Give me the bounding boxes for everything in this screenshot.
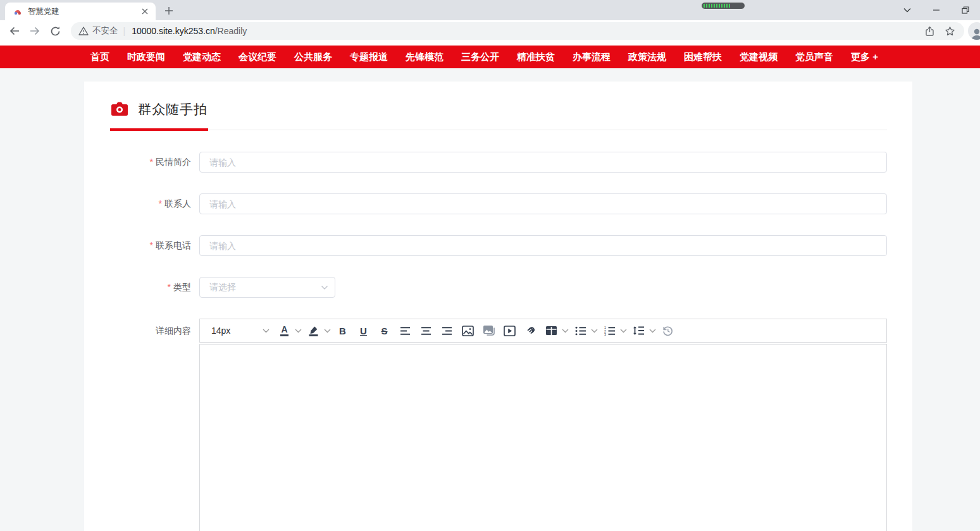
minimize-button[interactable] bbox=[922, 0, 951, 20]
insert-table-button[interactable] bbox=[543, 322, 560, 339]
snapshot-form: *民情简介 *联系人 *联系电话 *类型 请选择 bbox=[110, 152, 887, 531]
back-button[interactable] bbox=[5, 21, 24, 40]
font-color-button[interactable]: A bbox=[276, 322, 293, 339]
form-row: *类型 请选择 bbox=[110, 277, 887, 298]
nav-item-home[interactable]: 首页 bbox=[90, 51, 109, 63]
form-row: *联系人 bbox=[110, 193, 887, 214]
nav-item-work-process[interactable]: 办事流程 bbox=[573, 51, 611, 63]
align-left-button[interactable] bbox=[397, 322, 414, 339]
browser-window: 智慧党建 bbox=[0, 0, 980, 531]
align-center-button[interactable] bbox=[418, 322, 435, 339]
ordered-list-button[interactable]: 1 2 3 bbox=[601, 322, 618, 339]
required-marker: * bbox=[150, 157, 153, 167]
form-row: 详细内容 14px A bbox=[110, 319, 887, 531]
security-label: 不安全 bbox=[92, 25, 118, 37]
chevron-down-icon[interactable] bbox=[294, 329, 302, 333]
chevron-down-icon[interactable] bbox=[561, 329, 569, 333]
nav-item-more[interactable]: 更多 + bbox=[851, 51, 878, 63]
insert-video-button[interactable] bbox=[501, 322, 518, 339]
chevron-down-icon[interactable] bbox=[619, 329, 628, 333]
url-host: 10000.site.kyk253.cn bbox=[132, 26, 215, 36]
required-marker: * bbox=[159, 198, 162, 209]
address-bar-row: 不安全 | 10000.site.kyk253.cn /Readily bbox=[0, 20, 980, 42]
page-title: 群众随手拍 bbox=[138, 101, 208, 118]
insert-link-button[interactable] bbox=[522, 322, 539, 339]
omnibox-separator: | bbox=[123, 26, 126, 36]
tab-search-chevron-icon[interactable] bbox=[893, 0, 922, 20]
contact-input[interactable] bbox=[199, 193, 887, 214]
required-marker: * bbox=[168, 282, 171, 292]
panel-header: 群众随手拍 bbox=[110, 101, 887, 130]
align-right-button[interactable] bbox=[438, 322, 456, 339]
nav-item-pioneer-model[interactable]: 先锋模范 bbox=[406, 51, 443, 63]
editor-content-area[interactable] bbox=[199, 344, 887, 531]
new-tab-button[interactable] bbox=[161, 3, 177, 18]
address-bar[interactable]: 不安全 | 10000.site.kyk253.cn /Readily bbox=[71, 22, 964, 40]
nav-item-meeting-minutes[interactable]: 会议纪要 bbox=[239, 51, 276, 63]
camera-icon bbox=[110, 101, 129, 118]
summary-input[interactable] bbox=[199, 152, 887, 173]
type-select[interactable]: 请选择 bbox=[199, 277, 335, 298]
highlight-color-button[interactable] bbox=[305, 322, 322, 339]
rich-text-editor: 14px A bbox=[199, 319, 887, 531]
profile-avatar[interactable] bbox=[968, 22, 980, 40]
forward-button[interactable] bbox=[25, 21, 44, 40]
form-row: *联系电话 bbox=[110, 235, 887, 256]
history-undo-icon bbox=[662, 325, 674, 337]
nav-item-policy[interactable]: 政策法规 bbox=[628, 51, 666, 63]
tab-close-icon[interactable] bbox=[139, 6, 151, 17]
nav-item-member-voice[interactable]: 党员声音 bbox=[795, 51, 833, 63]
underline-button[interactable]: U bbox=[355, 322, 372, 339]
nav-item-party-news[interactable]: 党建动态 bbox=[183, 51, 221, 63]
table-icon bbox=[545, 326, 557, 336]
line-height-button[interactable] bbox=[630, 322, 647, 339]
security-warning-icon[interactable] bbox=[78, 27, 89, 35]
tab-title: 智慧党建 bbox=[28, 6, 139, 17]
strikethrough-button[interactable]: S bbox=[376, 322, 393, 339]
chevron-down-icon[interactable] bbox=[323, 329, 332, 333]
insert-image-button[interactable] bbox=[459, 322, 476, 339]
nav-item-current-affairs[interactable]: 时政要闻 bbox=[127, 51, 165, 63]
browser-tab[interactable]: 智慧党建 bbox=[5, 3, 156, 20]
align-center-icon bbox=[421, 326, 431, 336]
window-controls bbox=[893, 0, 980, 20]
nav-item-special-report[interactable]: 专题报道 bbox=[350, 51, 388, 63]
page-background: 群众随手拍 *民情简介 *联系人 *联系电话 *类型 bbox=[0, 68, 980, 531]
select-placeholder: 请选择 bbox=[209, 282, 236, 293]
title-underline bbox=[110, 128, 208, 131]
favicon bbox=[13, 6, 23, 16]
align-right-icon bbox=[442, 326, 452, 336]
font-size-select[interactable]: 14px bbox=[206, 322, 272, 339]
chevron-down-icon[interactable] bbox=[648, 329, 657, 333]
phone-input[interactable] bbox=[199, 235, 887, 256]
nav-item-poverty-alleviation[interactable]: 精准扶贫 bbox=[517, 51, 555, 63]
browser-tab-strip: 智慧党建 bbox=[0, 0, 980, 20]
ordered-list-icon: 1 2 3 bbox=[604, 326, 616, 336]
image-gallery-button[interactable] bbox=[480, 322, 497, 339]
history-undo-button[interactable] bbox=[659, 322, 676, 339]
line-height-icon bbox=[633, 326, 645, 336]
battery-indicator bbox=[701, 2, 745, 9]
highlighter-icon bbox=[308, 326, 319, 336]
main-navigation: 首页 时政要闻 党建动态 会议纪要 公共服务 专题报道 先锋模范 三务公开 精准… bbox=[0, 46, 980, 68]
image-icon bbox=[462, 326, 474, 336]
bullet-list-button[interactable] bbox=[572, 322, 589, 339]
bold-button[interactable]: B bbox=[334, 322, 351, 339]
content-panel: 群众随手拍 *民情简介 *联系人 *联系电话 *类型 bbox=[84, 82, 912, 531]
nav-item-public-service[interactable]: 公共服务 bbox=[294, 51, 332, 63]
reload-button[interactable] bbox=[46, 21, 65, 40]
restore-button[interactable] bbox=[951, 0, 980, 20]
field-label-summary: *民情简介 bbox=[110, 152, 199, 173]
nav-item-party-video[interactable]: 党建视频 bbox=[740, 51, 778, 63]
bookmark-star-icon[interactable] bbox=[941, 23, 958, 39]
field-label-detail: 详细内容 bbox=[110, 319, 199, 531]
nav-item-difficulty-help[interactable]: 困难帮扶 bbox=[684, 51, 722, 63]
share-icon[interactable] bbox=[921, 23, 938, 39]
chevron-down-icon bbox=[321, 285, 328, 290]
link-icon bbox=[524, 325, 537, 337]
form-row: *民情简介 bbox=[110, 152, 887, 173]
chevron-down-icon[interactable] bbox=[590, 329, 599, 333]
bullet-list-icon bbox=[575, 326, 586, 336]
nav-item-three-affairs[interactable]: 三务公开 bbox=[461, 51, 499, 63]
field-label-type: *类型 bbox=[110, 277, 199, 298]
